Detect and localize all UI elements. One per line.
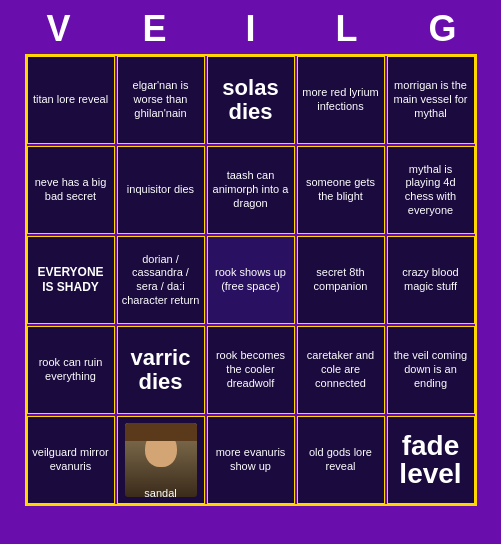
cell-text-r2c3: secret 8th companion xyxy=(302,266,380,294)
bingo-cell-r2c4[interactable]: crazy blood magic stuff xyxy=(387,236,475,324)
bingo-grid: titan lore revealelgar'nan is worse than… xyxy=(25,54,477,506)
cell-text-r3c1: varric dies xyxy=(122,346,200,394)
bingo-cell-r4c0[interactable]: veilguard mirror evanuris xyxy=(27,416,115,504)
cell-text-r1c2: taash can animorph into a dragon xyxy=(212,169,290,210)
cell-text-r4c4: fade level xyxy=(392,432,470,488)
letter-i: I xyxy=(207,8,295,50)
bingo-cell-r1c1[interactable]: inquisitor dies xyxy=(117,146,205,234)
cell-text-r3c3: caretaker and cole are connected xyxy=(302,349,380,390)
cell-text-r1c1: inquisitor dies xyxy=(127,183,194,197)
letter-v: V xyxy=(15,8,103,50)
bingo-cell-r1c0[interactable]: neve has a big bad secret xyxy=(27,146,115,234)
cell-text-r1c0: neve has a big bad secret xyxy=(32,176,110,204)
cell-text-r3c4: the veil coming down is an ending xyxy=(392,349,470,390)
bingo-cell-r4c4[interactable]: fade level xyxy=(387,416,475,504)
cell-text-r3c2: rook becomes the cooler dreadwolf xyxy=(212,349,290,390)
sandal-label: sandal xyxy=(118,487,204,500)
bingo-cell-r3c0[interactable]: rook can ruin everything xyxy=(27,326,115,414)
cell-text-r4c0: veilguard mirror evanuris xyxy=(32,446,110,474)
cell-text-r2c0: EVERYONE IS SHADY xyxy=(32,265,110,295)
cell-text-r0c4: morrigan is the main vessel for mythal xyxy=(392,79,470,120)
cell-text-r2c4: crazy blood magic stuff xyxy=(392,266,470,294)
bingo-cell-r4c3[interactable]: old gods lore reveal xyxy=(297,416,385,504)
letter-g: G xyxy=(399,8,487,50)
cell-text-r4c3: old gods lore reveal xyxy=(302,446,380,474)
bingo-cell-r0c0[interactable]: titan lore reveal xyxy=(27,56,115,144)
bingo-cell-r1c2[interactable]: taash can animorph into a dragon xyxy=(207,146,295,234)
cell-text-r4c2: more evanuris show up xyxy=(212,446,290,474)
cell-text-r0c1: elgar'nan is worse than ghilan'nain xyxy=(122,79,200,120)
letter-e: E xyxy=(111,8,199,50)
cell-text-r0c2: solas dies xyxy=(212,76,290,124)
cell-text-r0c3: more red lyrium infections xyxy=(302,86,380,114)
bingo-cell-r0c4[interactable]: morrigan is the main vessel for mythal xyxy=(387,56,475,144)
bingo-cell-r2c1[interactable]: dorian / cassandra / sera / da:i charact… xyxy=(117,236,205,324)
bingo-cell-r4c1[interactable]: sandal xyxy=(117,416,205,504)
cell-text-r2c1: dorian / cassandra / sera / da:i charact… xyxy=(122,253,200,308)
bingo-cell-r1c3[interactable]: someone gets the blight xyxy=(297,146,385,234)
bingo-header: V E I L G xyxy=(11,0,491,54)
cell-text-r1c3: someone gets the blight xyxy=(302,176,380,204)
cell-text-r2c2: rook shows up (free space) xyxy=(212,266,290,294)
bingo-cell-r2c3[interactable]: secret 8th companion xyxy=(297,236,385,324)
bingo-cell-r3c4[interactable]: the veil coming down is an ending xyxy=(387,326,475,414)
cell-text-r0c0: titan lore reveal xyxy=(33,93,108,107)
cell-text-r1c4: mythal is playing 4d chess with everyone xyxy=(392,163,470,218)
bingo-cell-r3c3[interactable]: caretaker and cole are connected xyxy=(297,326,385,414)
cell-text-r3c0: rook can ruin everything xyxy=(32,356,110,384)
bingo-cell-r1c4[interactable]: mythal is playing 4d chess with everyone xyxy=(387,146,475,234)
bingo-cell-r2c2[interactable]: rook shows up (free space) xyxy=(207,236,295,324)
bingo-cell-r0c2[interactable]: solas dies xyxy=(207,56,295,144)
bingo-cell-r3c2[interactable]: rook becomes the cooler dreadwolf xyxy=(207,326,295,414)
bingo-cell-r0c1[interactable]: elgar'nan is worse than ghilan'nain xyxy=(117,56,205,144)
bingo-cell-r4c2[interactable]: more evanuris show up xyxy=(207,416,295,504)
bingo-cell-r3c1[interactable]: varric dies xyxy=(117,326,205,414)
bingo-cell-r0c3[interactable]: more red lyrium infections xyxy=(297,56,385,144)
letter-l: L xyxy=(303,8,391,50)
bingo-cell-r2c0[interactable]: EVERYONE IS SHADY xyxy=(27,236,115,324)
